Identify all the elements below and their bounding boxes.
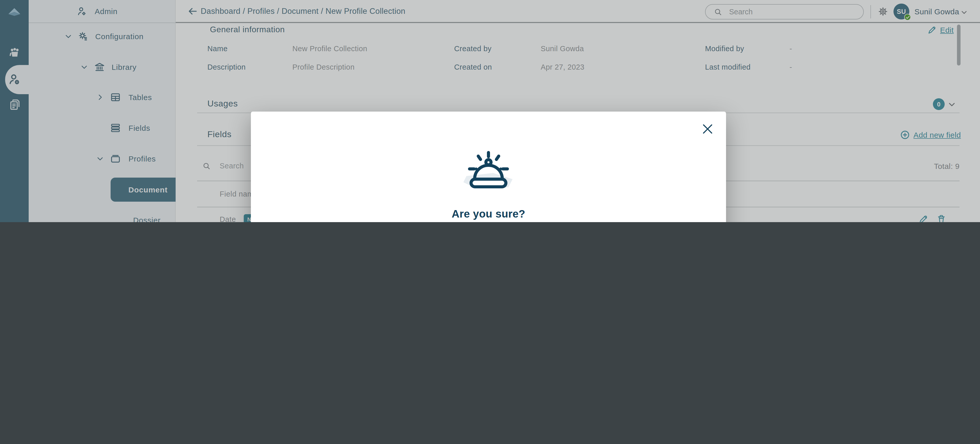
cloche-alert-icon [461, 149, 515, 198]
dialog-title: Are you sure? [251, 208, 726, 220]
confirm-delete-dialog: Are you sure? Are you sure you want to d… [251, 112, 726, 222]
app-window: Admin Configuration Library Tables [0, 0, 980, 222]
close-icon[interactable] [702, 123, 714, 135]
